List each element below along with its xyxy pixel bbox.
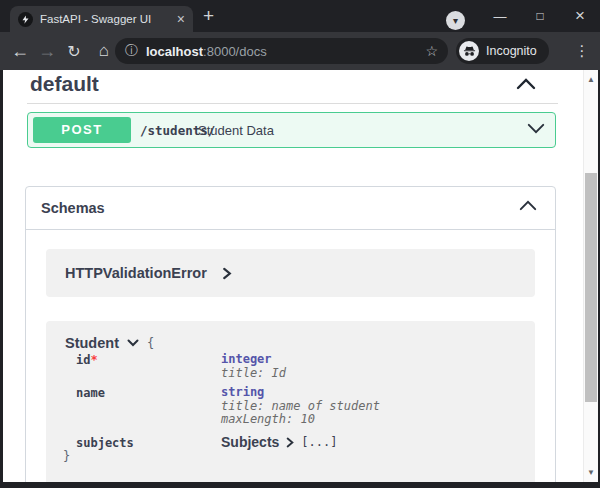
endpoint-expand-chevron-down-icon[interactable]: [527, 123, 545, 134]
url-host: localhost: [146, 44, 203, 59]
fastapi-favicon-icon: [18, 12, 33, 27]
model-httpvalidationerror[interactable]: HTTPValidationError: [46, 249, 535, 297]
tab-close-icon[interactable]: ×: [177, 12, 185, 26]
endpoint-post-students[interactable]: POST /students/ Student Data: [27, 112, 556, 148]
reload-button[interactable]: ↻: [60, 32, 88, 70]
property-row-subjects: subjects Subjects [...]: [76, 436, 380, 450]
property-detail: integer title: Id: [221, 353, 380, 380]
schemas-title: Schemas: [41, 200, 105, 216]
new-tab-button[interactable]: +: [203, 5, 214, 27]
property-detail: string title: name of student maxLength:…: [221, 386, 380, 427]
subjects-model-link[interactable]: Subjects: [221, 436, 279, 450]
browser-toolbar: ← → ↻ ⌂ ⓘ localhost:8000/docs ☆ Incognit…: [0, 32, 600, 70]
model-collapse-chevron-down-icon[interactable]: [127, 339, 139, 347]
section-divider: [27, 103, 558, 104]
property-row-name: name string title: name of student maxLe…: [76, 386, 380, 427]
url-path: :8000/docs: [203, 44, 267, 59]
browser-menu-button[interactable]: ⋮: [570, 32, 594, 70]
forward-button[interactable]: →: [33, 32, 61, 70]
incognito-icon: [459, 41, 479, 61]
endpoint-summary: Student Data: [198, 123, 274, 138]
url-text: localhost:8000/docs: [146, 44, 419, 59]
tab-search-button[interactable]: ▾: [446, 11, 465, 30]
browser-tab[interactable]: FastAPI - Swagger UI ×: [10, 6, 193, 32]
site-info-icon[interactable]: ⓘ: [125, 42, 138, 60]
close-window-button[interactable]: ×: [560, 6, 600, 26]
property-row-id: id* integer title: Id: [76, 353, 380, 380]
incognito-label: Incognito: [486, 44, 537, 58]
maximize-button[interactable]: □: [520, 9, 560, 23]
property-name: id*: [76, 354, 98, 368]
close-brace: }: [63, 449, 70, 463]
section-default-title[interactable]: default: [30, 72, 99, 96]
tab-title: FastAPI - Swagger UI: [40, 13, 171, 25]
schemas-header[interactable]: Schemas: [26, 187, 555, 230]
model-expand-chevron-right-icon[interactable]: [222, 267, 232, 280]
incognito-badge: Incognito: [456, 38, 549, 64]
property-name: subjects: [76, 437, 134, 451]
window-controls: — □ ×: [480, 0, 600, 32]
property-type: string: [221, 386, 380, 400]
address-bar[interactable]: ⓘ localhost:8000/docs ☆: [115, 38, 448, 64]
schemas-collapse-chevron-up-icon: [519, 200, 537, 211]
required-asterisk: *: [90, 353, 97, 367]
back-button[interactable]: ←: [6, 32, 34, 70]
property-type: integer: [221, 353, 380, 367]
collapsed-array-value: [...]: [301, 436, 337, 450]
property-meta: maxLength: 10: [221, 413, 380, 427]
property-meta: title: name of student: [221, 400, 380, 414]
property-name: name: [76, 387, 105, 401]
tab-strip: FastAPI - Swagger UI × + ▾ — □ ×: [0, 0, 600, 32]
model-expand-chevron-right-icon[interactable]: [286, 437, 294, 448]
model-student-header[interactable]: Student {: [65, 335, 154, 351]
browser-window: FastAPI - Swagger UI × + ▾ — □ × ← → ↻ ⌂…: [0, 0, 600, 488]
schemas-section: Schemas HTTPValidationError Student: [25, 186, 556, 482]
http-method-badge: POST: [33, 117, 131, 143]
scrollbar-up-arrow-icon[interactable]: ▲: [584, 75, 598, 84]
home-button[interactable]: ⌂: [90, 32, 118, 70]
model-student: Student { id* integer title: Id: [46, 321, 535, 482]
caret-down-icon: ▾: [453, 16, 458, 26]
property-meta: title: Id: [221, 367, 380, 381]
scrollbar-down-arrow-icon[interactable]: ▼: [584, 468, 598, 477]
scrollbar-thumb[interactable]: [585, 173, 597, 402]
model-student-name: Student: [65, 335, 119, 351]
model-httpvalidationerror-name: HTTPValidationError: [65, 265, 207, 281]
section-collapse-chevron-up-icon[interactable]: [516, 78, 536, 90]
bookmark-star-icon[interactable]: ☆: [425, 43, 438, 59]
page-scrollbar[interactable]: ▲ ▼: [583, 70, 598, 482]
model-student-properties: id* integer title: Id name string title:…: [76, 353, 380, 449]
property-detail: Subjects [...]: [221, 436, 380, 450]
minimize-button[interactable]: —: [480, 9, 520, 24]
page-content: default POST /students/ Student Data Sch…: [3, 70, 598, 482]
open-brace: {: [147, 336, 154, 350]
